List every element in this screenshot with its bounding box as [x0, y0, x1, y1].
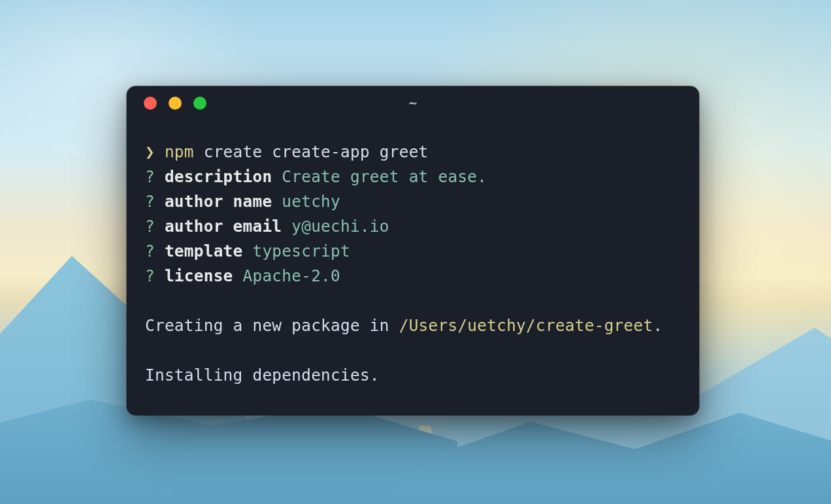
prompt-label: author email [165, 217, 282, 236]
traffic-lights [144, 97, 206, 110]
prompt-label: template [165, 242, 243, 260]
question-mark-icon: ? [145, 192, 155, 211]
status-text: Installing dependencies. [145, 366, 380, 385]
prompt-label: license [165, 266, 233, 285]
prompt-line: ? author email y@uechi.io [145, 214, 681, 239]
prompt-label: author name [165, 192, 272, 211]
prompt-caret-icon: ❯ [145, 142, 155, 161]
command-binary: npm [165, 142, 194, 161]
status-line: Creating a new package in /Users/uetchy/… [145, 313, 681, 338]
prompt-answer: Create greet at ease. [282, 167, 487, 186]
status-line: Installing dependencies. [145, 363, 681, 388]
prompt-answer: y@uechi.io [291, 217, 389, 236]
prompt-line: ? license Apache-2.0 [145, 264, 681, 289]
status-text: Creating a new package in [145, 316, 399, 335]
command-args: create create-app greet [204, 142, 429, 161]
command-line: ❯ npm create create-app greet [145, 140, 681, 165]
zoom-button[interactable] [193, 97, 206, 110]
prompt-answer: uetchy [282, 192, 340, 211]
question-mark-icon: ? [145, 167, 155, 186]
prompt-answer: Apache-2.0 [243, 266, 341, 285]
question-mark-icon: ? [145, 217, 155, 236]
prompt-line: ? description Create greet at ease. [145, 165, 681, 189]
prompt-answer: typescript [252, 242, 350, 260]
terminal-output[interactable]: ❯ npm create create-app greet? descripti… [127, 120, 699, 388]
titlebar: ~ [127, 86, 699, 120]
prompt-line: ? template typescript [145, 239, 681, 264]
prompt-label: description [165, 167, 272, 186]
minimize-button[interactable] [169, 97, 182, 110]
close-button[interactable] [144, 97, 157, 110]
prompt-line: ? author name uetchy [145, 189, 681, 214]
window-title: ~ [127, 95, 699, 111]
question-mark-icon: ? [145, 266, 155, 285]
terminal-window[interactable]: ~ ❯ npm create create-app greet? descrip… [127, 86, 699, 415]
status-path: /Users/uetchy/create-greet [399, 316, 653, 335]
question-mark-icon: ? [145, 242, 155, 260]
